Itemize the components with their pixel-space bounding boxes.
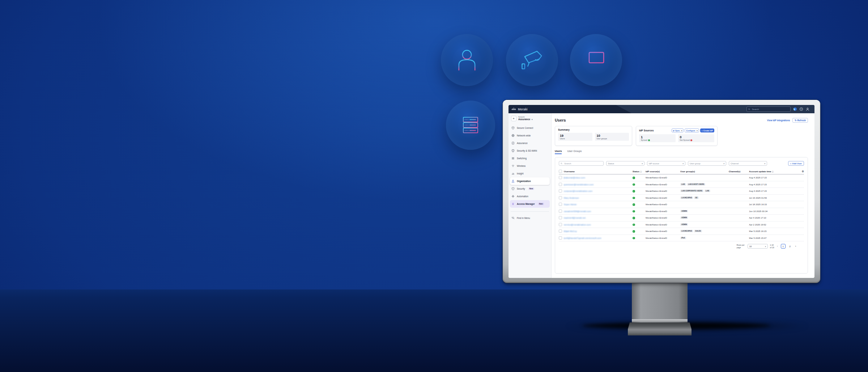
username-link[interactable]: jkakumar@cisco.com: [564, 176, 633, 179]
bar-chart-icon: [511, 172, 515, 175]
cisco-logo: [512, 107, 516, 111]
username-link[interactable]: guestuser@merakination.com: [564, 183, 633, 186]
sync-button[interactable]: ⇄Sync▾: [672, 128, 684, 132]
username-link[interactable]: Super Admin: [564, 203, 633, 206]
user-groups-cell: LABLAB GUEST USERS: [680, 183, 729, 186]
sidebar-item-secure-connect[interactable]: Secure Connect: [509, 124, 551, 132]
sidebar-item-network-wide[interactable]: Network-wide: [509, 132, 551, 139]
table-row: Super Admin ✓ MerakiNation-EntraID Jul 1…: [559, 201, 804, 208]
user-group-filter[interactable]: User group▾: [688, 161, 726, 166]
tab-users[interactable]: Users: [555, 150, 562, 154]
username-link[interactable]: service@merakination.com: [564, 223, 633, 226]
progress-icon[interactable]: [793, 107, 797, 111]
row-checkbox[interactable]: [559, 203, 562, 206]
sidebar-item-access-manager[interactable]: Access Manager New: [510, 200, 550, 208]
info-icon: ⓘ: [640, 170, 642, 173]
row-checkbox[interactable]: [559, 183, 562, 186]
idp-source-cell: MerakiNation-EntraID: [646, 183, 680, 186]
updated-cell: Mar 5 2025 15:47: [749, 237, 800, 239]
status-synced-icon: ✓: [633, 224, 635, 226]
page-2-button[interactable]: 2: [788, 244, 792, 249]
global-search[interactable]: [746, 106, 791, 112]
next-page-icon[interactable]: ›: [795, 245, 797, 248]
tab-user-groups[interactable]: User Groups: [567, 150, 582, 154]
row-checkbox[interactable]: [559, 210, 562, 213]
top-navbar: Meraki ?: [509, 105, 814, 113]
row-checkbox[interactable]: [559, 223, 562, 226]
user-group-pill: LAB: [680, 183, 686, 186]
table-row: jkakumar@cisco.com ✓ MerakiNation-EntraI…: [559, 174, 804, 181]
row-checkbox[interactable]: [559, 189, 562, 193]
username-link[interactable]: Mary Anderson: [564, 196, 633, 199]
user-group-pill: SALES: [694, 230, 702, 232]
sidebar-item-automation[interactable]: Automation: [509, 193, 551, 200]
table-search-input[interactable]: [563, 162, 602, 165]
sidebar-item-security-sdwan[interactable]: Security & SD-WAN: [509, 147, 551, 155]
status-synced-icon: ✓: [633, 177, 635, 179]
user-groups-cell: ADMIN: [680, 210, 729, 212]
person-circle: [441, 34, 493, 86]
idp-sources-title: IdP Sources: [639, 129, 654, 132]
status-filter[interactable]: Status▾: [606, 161, 644, 166]
table-search[interactable]: [559, 161, 604, 166]
rows-per-page-select[interactable]: 10▾: [748, 244, 768, 249]
idp-source-filter[interactable]: IdP source▾: [647, 161, 685, 166]
row-checkbox[interactable]: [559, 216, 562, 219]
organization-person-icon: [511, 179, 515, 183]
create-idp-button[interactable]: +Create IdP: [700, 128, 714, 132]
updated-cell: Aug 4 2025 17:15: [749, 176, 800, 179]
col-user-group: User group(s): [680, 170, 729, 173]
brand[interactable]: Meraki: [512, 107, 528, 111]
prev-page-icon[interactable]: ‹: [776, 245, 778, 248]
network-selector[interactable]: ✳ Network Assurance ▾: [511, 116, 549, 121]
row-checkbox[interactable]: [559, 229, 562, 233]
col-channel: Channel(s): [729, 170, 749, 173]
add-user-button[interactable]: +Add User: [788, 161, 804, 166]
user-group-pill: IPv6: [680, 237, 686, 239]
account-icon[interactable]: [806, 107, 809, 111]
synced-stat: 1 Synced✓: [639, 134, 676, 142]
global-search-input[interactable]: [751, 108, 789, 111]
user-group-pill: SE: [694, 196, 698, 199]
user-group-pill: LAB CORPORATE USERS: [680, 190, 703, 192]
summary-card: Summary 19 Users 10 User groups: [555, 126, 632, 146]
configure-button[interactable]: Configure▾: [685, 128, 699, 132]
view-idp-integrations-link[interactable]: View IdP integrations: [767, 119, 790, 122]
user-group-pill: ADMIN: [680, 210, 688, 212]
users-table-card: Status▾ IdP source▾ User group▾ Channel▾…: [555, 157, 808, 274]
sync-icon: ⇄: [673, 130, 675, 132]
sidebar-item-assurance[interactable]: Assurance: [509, 139, 551, 147]
username-link[interactable]: ipv6@banda71gmail.onmicrosoft.com: [564, 237, 633, 239]
status-synced-icon: ✓: [633, 183, 635, 186]
shield-icon: [511, 126, 515, 130]
idp-source-cell: MerakiNation-EntraID: [646, 210, 680, 212]
sidebar-item-find-in-menu[interactable]: Find in Menu: [511, 214, 549, 222]
channel-filter[interactable]: Channel▾: [729, 161, 767, 166]
person-icon: [454, 47, 480, 73]
sidebar-item-organization[interactable]: Organization: [510, 177, 550, 185]
username-link[interactable]: casadmin534@meraki.com: [564, 210, 633, 212]
table-settings-gear-icon[interactable]: ⚙: [800, 170, 804, 173]
sidebar-item-switching[interactable]: Switching: [509, 155, 551, 162]
refresh-button[interactable]: ↻ Refresh: [792, 118, 808, 123]
wifi-icon: [511, 164, 515, 168]
help-icon[interactable]: ?: [800, 107, 803, 111]
row-checkbox[interactable]: [559, 236, 562, 240]
sidebar-item-wireless[interactable]: Wireless: [509, 162, 551, 170]
username-link[interactable]: corpuser@merakination.com: [564, 190, 633, 192]
laptop-circle: [570, 34, 622, 86]
sidebar: ✳ Network Assurance ▾ Secure Connect Net…: [509, 113, 552, 278]
row-checkbox[interactable]: [559, 176, 562, 179]
username-link[interactable]: tsadmin4@meraki.net: [564, 216, 633, 219]
username-link[interactable]: Elijah McCoy: [564, 230, 633, 232]
page-1-button[interactable]: 1: [781, 244, 786, 249]
search-icon: [748, 108, 750, 110]
user-groups-cell: LAUNCHPADSE: [680, 196, 729, 199]
users-stat: 19 Users: [558, 133, 592, 141]
sidebar-item-security[interactable]: Security New: [509, 185, 551, 193]
row-checkbox[interactable]: [559, 196, 562, 199]
monitor-stand-base: [628, 322, 692, 335]
not-synced-stat: 0 Not Synced✕: [678, 134, 715, 142]
sidebar-item-insight[interactable]: Insight: [509, 170, 551, 177]
select-all-checkbox[interactable]: [559, 170, 562, 173]
